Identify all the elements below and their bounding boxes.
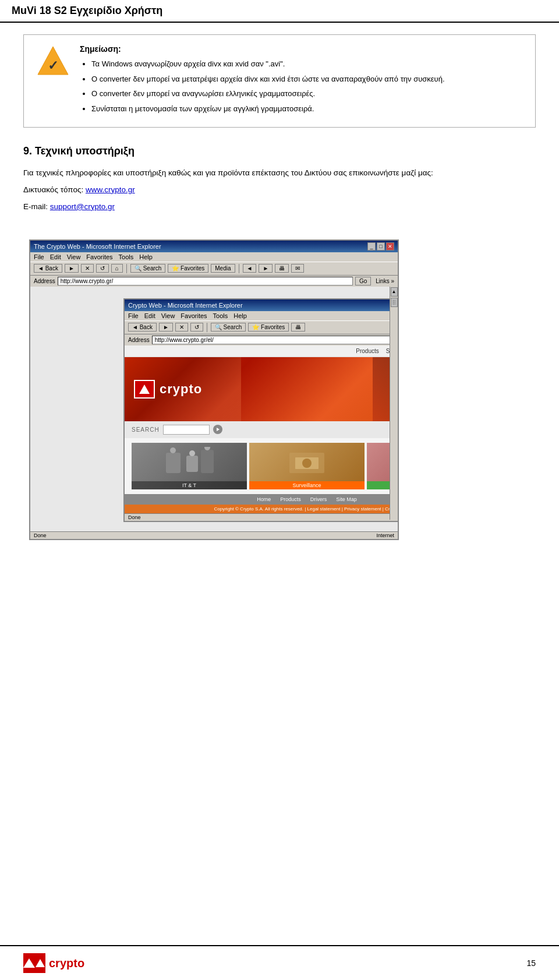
inner-favorites-button[interactable]: ⭐ Favorites <box>248 323 289 332</box>
inner-refresh-button[interactable]: ↺ <box>190 323 203 332</box>
close-button[interactable]: ✕ <box>386 242 394 251</box>
outer-status-text: Done <box>34 533 47 538</box>
inner-print-button[interactable]: 🖶 <box>291 323 305 332</box>
inner-browser-statusbar: Done Internet <box>125 513 398 521</box>
minimize-button[interactable]: _ <box>367 242 376 251</box>
outer-browser-title: The Crypto Web - Microsoft Internet Expl… <box>34 243 161 250</box>
inner-menu-tools[interactable]: Tools <box>213 312 228 319</box>
scroll-up-button[interactable]: ▲ <box>391 287 398 297</box>
crypto-search-bar: SEARCH <box>125 421 398 438</box>
page-header: MuVi 18 S2 Εγχειρίδιο Χρήστη <box>0 0 559 23</box>
nav-products[interactable]: Products <box>356 348 378 354</box>
inner-browser-menubar: File Edit View Favorites Tools Help <box>125 311 398 320</box>
refresh-button[interactable]: ↺ <box>96 264 109 273</box>
menu-view[interactable]: View <box>67 253 81 260</box>
home-button[interactable]: ⌂ <box>111 264 123 273</box>
search-button[interactable]: 🔍 Search <box>130 264 165 273</box>
forward-button[interactable]: ► <box>65 264 79 273</box>
inner-menu-view[interactable]: View <box>161 312 175 319</box>
scrollbar[interactable]: ▲ ░ <box>390 287 398 520</box>
footer-link-home[interactable]: Home <box>257 496 271 502</box>
titlebar-buttons: _ □ ✕ <box>367 242 394 251</box>
inner-address-input[interactable] <box>152 336 398 344</box>
note-item-1: Τα Windows αναγνωρίζουν αρχεία divx και … <box>91 58 523 70</box>
browser-container: The Crypto Web - Microsoft Internet Expl… <box>23 225 402 528</box>
inner-search-button[interactable]: 🔍 Search <box>211 323 246 332</box>
svg-point-12 <box>302 459 312 468</box>
outer-browser-titlebar: The Crypto Web - Microsoft Internet Expl… <box>30 241 398 252</box>
note-title: Σημείωση: <box>80 44 523 54</box>
maximize-button[interactable]: □ <box>377 242 385 251</box>
outer-browser-body: ▲ ░ Crypto Web - Microsoft Internet Expl… <box>30 287 398 531</box>
email-link[interactable]: support@crypto.gr <box>50 202 115 211</box>
links-label: Links » <box>376 278 394 284</box>
address-label: Address <box>34 278 55 284</box>
mail-button[interactable]: ✉ <box>291 264 304 273</box>
outer-browser-menubar: File Edit View Favorites Tools Help <box>30 252 398 262</box>
stop-button[interactable]: ✕ <box>81 264 94 273</box>
footer-logo-text: crypto <box>49 957 84 970</box>
crypto-search-input[interactable] <box>163 425 210 435</box>
footer-logo-svg <box>35 954 45 972</box>
svg-text:✓: ✓ <box>48 58 58 73</box>
product-card-surveillance[interactable]: Surveillance <box>249 443 365 489</box>
menu-favorites[interactable]: Favorites <box>86 253 112 260</box>
page-title: MuVi 18 S2 Εγχειρίδιο Χρήστη <box>12 5 162 17</box>
crypto-banner: crypto Communicating the world <box>125 357 398 421</box>
footer-link-sitemap[interactable]: Site Map <box>336 496 357 502</box>
section-number: 9. <box>23 145 32 157</box>
inner-menu-edit[interactable]: Edit <box>144 312 155 319</box>
menu-tools[interactable]: Tools <box>119 253 134 260</box>
product-label-it: IT & T <box>132 481 247 489</box>
address-input[interactable] <box>58 277 353 285</box>
toolbar-separator-2 <box>239 264 239 273</box>
email-label: E-mail: <box>23 202 50 211</box>
note-item-2: Ο converter δεν μπορεί να μετατρέψει αρχ… <box>91 73 523 85</box>
inner-forward-button[interactable]: ► <box>159 323 173 332</box>
note-content: Σημείωση: Τα Windows αναγνωρίζουν αρχεία… <box>80 44 523 118</box>
next-button[interactable]: ► <box>259 264 273 273</box>
svg-marker-17 <box>36 959 45 967</box>
prev-button[interactable]: ◄ <box>243 264 257 273</box>
favorites-button[interactable]: ⭐ Favorites <box>168 264 208 273</box>
crypto-logo-area: crypto <box>134 380 202 399</box>
footer-logo-icon <box>23 953 45 973</box>
footer-link-products[interactable]: Products <box>280 496 301 502</box>
crypto-search-go-button[interactable] <box>213 425 222 434</box>
crypto-products: IT & T Surveillance <box>125 438 398 494</box>
crypto-footer-copyright: Copyright © Crypto S.A. All rights reser… <box>125 505 398 513</box>
menu-file[interactable]: File <box>34 253 44 260</box>
inner-back-button[interactable]: ◄ Back <box>128 323 157 332</box>
crypto-search-label: SEARCH <box>132 426 160 433</box>
svg-point-7 <box>189 450 195 456</box>
svg-point-5 <box>170 447 176 453</box>
media-button[interactable]: Media <box>211 264 235 273</box>
inner-menu-help[interactable]: Help <box>233 312 247 319</box>
inner-menu-favorites[interactable]: Favorites <box>181 312 207 319</box>
scroll-thumb[interactable]: ░ <box>391 298 398 307</box>
menu-help[interactable]: Help <box>139 253 153 260</box>
menu-edit[interactable]: Edit <box>50 253 61 260</box>
inner-address-bar: Address Go Links » <box>125 334 398 346</box>
website-link[interactable]: www.crypto.gr <box>86 185 135 194</box>
go-icon <box>215 427 220 432</box>
crypto-footer-nav: Home Products Drivers Site Map <box>125 494 398 505</box>
outer-browser-statusbar: Done Internet <box>30 531 398 539</box>
back-button[interactable]: ◄ Back <box>34 264 62 273</box>
footer-link-drivers[interactable]: Drivers <box>310 496 327 502</box>
svg-marker-2 <box>139 385 150 394</box>
go-button[interactable]: Go <box>355 277 371 285</box>
print-button[interactable]: 🖶 <box>275 264 289 273</box>
inner-address-label: Address <box>128 337 150 343</box>
inner-browser-toolbar: ◄ Back ► ✕ ↺ 🔍 Search ⭐ Favorites 🖶 <box>125 320 398 334</box>
inner-menu-file[interactable]: File <box>128 312 139 319</box>
note-item-3: Ο converter δεν μπορεί να αναγνωρίσει ελ… <box>91 88 523 100</box>
outer-browser-toolbar: ◄ Back ► ✕ ↺ ⌂ 🔍 Search ⭐ Favorites Medi… <box>30 262 398 276</box>
inner-browser-title: Crypto Web - Microsoft Internet Explorer <box>128 302 243 309</box>
inner-browser-window: Crypto Web - Microsoft Internet Explorer… <box>123 298 398 522</box>
svg-rect-8 <box>201 450 214 473</box>
inner-stop-button[interactable]: ✕ <box>175 323 188 332</box>
section-body-1: Για τεχνικές πληροφορίες και υποστήριξη … <box>23 167 536 180</box>
product-card-it[interactable]: IT & T <box>132 443 247 489</box>
crypto-logo-text: crypto <box>160 382 202 397</box>
